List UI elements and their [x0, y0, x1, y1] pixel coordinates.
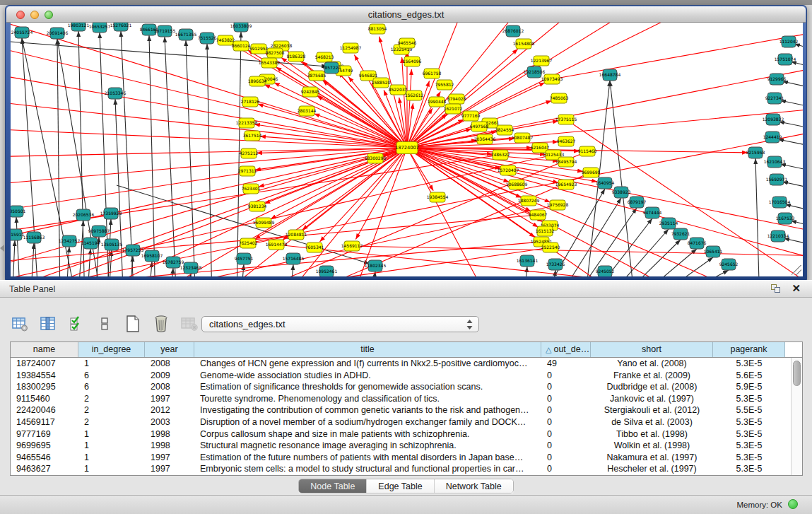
float-panel-icon[interactable] [771, 284, 781, 293]
table-cell[interactable]: Embryonic stem cells: a model to study s… [194, 463, 541, 475]
graph-edge[interactable] [371, 271, 375, 276]
table-row[interactable]: 977716911998Corpus callosum shape and si… [11, 428, 791, 440]
graph-edge[interactable] [782, 81, 803, 92]
table-cell[interactable]: 1998 [145, 428, 194, 440]
new-column-icon[interactable] [123, 314, 143, 334]
graph-edge[interactable] [523, 267, 527, 276]
graph-edge[interactable] [78, 221, 83, 276]
table-cell[interactable]: 5.3E-5 [713, 393, 785, 405]
table-cell[interactable]: 9777169 [11, 428, 78, 440]
table-vertical-scrollbar[interactable] [791, 358, 802, 475]
table-cell[interactable]: 1 [78, 428, 145, 440]
row-options-icon[interactable] [95, 314, 114, 334]
graph-edge[interactable] [784, 238, 803, 249]
table-cell[interactable]: 5.3E-5 [713, 428, 785, 440]
table-cell[interactable]: 9699695 [11, 440, 78, 452]
table-cell[interactable]: 1 [78, 358, 145, 370]
column-header-in_degree[interactable]: in_degree [78, 342, 145, 357]
graph-edge[interactable] [207, 44, 212, 276]
citation-network-graph[interactable]: 7463822866012459129542322603898275088186… [11, 23, 803, 276]
graph-edge[interactable] [12, 240, 15, 276]
table-cell[interactable]: Estimation of the future numbers of pati… [194, 452, 541, 464]
table-cell[interactable]: Tibbo et al. (1998) [591, 428, 713, 440]
graph-edge[interactable] [407, 148, 632, 276]
table-cell[interactable]: Yano et al. (2008) [591, 358, 713, 370]
table-cell[interactable]: Jankovic et al. (1997) [591, 393, 713, 405]
graph-edge[interactable] [646, 257, 713, 276]
table-cell[interactable]: 0 [541, 416, 591, 428]
table-cell[interactable]: 2008 [145, 358, 194, 370]
table-cell[interactable]: 1997 [145, 452, 194, 464]
column-header-short[interactable]: short [591, 342, 713, 357]
table-cell[interactable]: 5.9E-5 [713, 381, 785, 393]
graph-edge[interactable] [30, 243, 34, 276]
graph-edge[interactable] [186, 40, 196, 276]
graph-edge[interactable] [274, 83, 407, 148]
table-cell[interactable]: 0 [541, 381, 591, 393]
table-cell[interactable]: Hescheler et al. (1997) [591, 463, 713, 475]
column-header-year[interactable]: year [145, 342, 194, 357]
graph-edge[interactable] [755, 158, 760, 276]
table-row[interactable]: 1938455462009Genome-wide association stu… [11, 370, 791, 382]
graph-edge[interactable] [780, 164, 803, 175]
tab-node-table[interactable]: Node Table [299, 479, 367, 493]
window-titlebar[interactable]: citations_edges.txt [6, 6, 806, 23]
table-cell[interactable]: 22420046 [11, 404, 78, 416]
table-row[interactable]: 969969511998Structural magnetic resonanc… [11, 440, 791, 452]
table-row[interactable]: 1830029562008Estimation of significance … [11, 381, 791, 393]
show-columns-icon[interactable] [38, 314, 58, 334]
table-cell[interactable]: 5.6E-5 [713, 370, 785, 382]
delete-column-icon[interactable] [151, 314, 171, 334]
table-cell[interactable]: Changes of HCN gene expression and I(f) … [194, 358, 541, 370]
delete-table-icon[interactable] [180, 314, 199, 334]
table-cell[interactable]: 1997 [145, 393, 194, 405]
graph-edge[interactable] [778, 139, 803, 150]
network-canvas[interactable]: 7463822866012459129542322603898275088186… [11, 23, 803, 276]
table-mode-icon[interactable] [10, 314, 30, 334]
table-row[interactable]: 946554611997Estimation of the future num… [11, 452, 791, 464]
table-cell[interactable]: 2 [78, 393, 145, 405]
table-cell[interactable]: 6 [78, 370, 145, 382]
graph-edge[interactable] [87, 249, 90, 276]
table-cell[interactable]: 5.3E-5 [713, 463, 785, 475]
table-cell[interactable]: 0 [541, 404, 591, 416]
table-cell[interactable]: 6 [78, 381, 145, 393]
table-row[interactable]: 911546021997Tourette syndrome. Phenomeno… [11, 393, 791, 405]
graph-edge[interactable] [149, 35, 155, 276]
table-cell[interactable]: Genome-wide association studies in ADHD. [194, 370, 541, 382]
table-cell[interactable]: de Silva et al. (2003) [591, 416, 713, 428]
select-visible-icon[interactable] [66, 314, 86, 334]
table-cell[interactable]: 5.3E-5 [713, 358, 785, 370]
table-cell[interactable]: 0 [541, 370, 591, 382]
graph-edge[interactable] [552, 30, 803, 79]
column-header-name[interactable]: name [11, 342, 78, 357]
table-cell[interactable]: Dudbridge et al. (2008) [591, 381, 713, 393]
table-cell[interactable]: 5.5E-5 [713, 404, 785, 416]
graph-edge[interactable] [779, 122, 803, 132]
table-cell[interactable]: Nakamura et al. (1997) [591, 452, 713, 464]
panel-collapse-arrow-icon[interactable] [0, 245, 4, 252]
table-cell[interactable]: 1998 [145, 440, 194, 452]
close-panel-icon[interactable]: ✕ [792, 282, 801, 295]
table-cell[interactable]: 9465546 [11, 452, 78, 464]
table-cell[interactable]: 0 [541, 393, 591, 405]
table-row[interactable]: 2242004622012Investigating the contribut… [11, 404, 791, 416]
table-cell[interactable]: 5.3E-5 [713, 416, 785, 428]
scrollbar-thumb[interactable] [793, 361, 801, 386]
table-cell[interactable]: 1 [78, 463, 145, 475]
column-header-pagerank[interactable]: pagerank [713, 342, 785, 357]
table-cell[interactable]: 14569117 [11, 416, 78, 428]
table-cell[interactable]: Wolkin et al. (1998) [591, 440, 713, 452]
table-cell[interactable]: 9115460 [11, 393, 78, 405]
graph-edge[interactable] [352, 246, 803, 256]
table-cell[interactable]: 0 [541, 428, 591, 440]
graph-edge[interactable] [16, 217, 20, 276]
table-cell[interactable]: 0 [541, 463, 591, 475]
table-cell[interactable]: 5.3E-5 [713, 452, 785, 464]
table-row[interactable]: 946362711997Embryonic stem cells: a mode… [11, 463, 791, 475]
tab-edge-table[interactable]: Edge Table [367, 479, 434, 493]
table-cell[interactable]: 9463627 [11, 463, 78, 475]
table-cell[interactable]: 2008 [145, 381, 194, 393]
table-cell[interactable]: Franke et al. (2009) [591, 370, 713, 382]
graph-edge[interactable] [402, 57, 407, 148]
